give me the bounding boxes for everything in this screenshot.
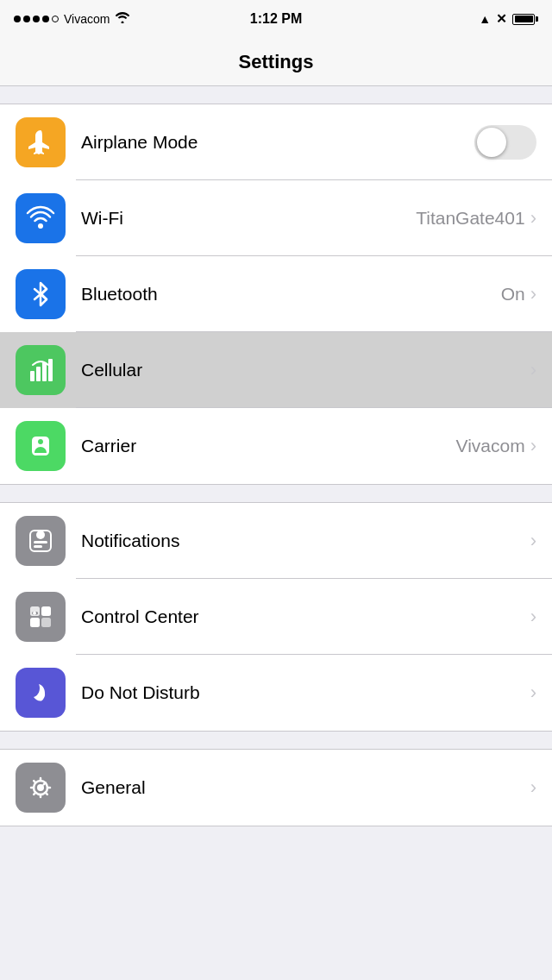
status-time: 1:12 PM <box>250 11 302 27</box>
bluetooth-row[interactable]: Bluetooth On › <box>0 256 552 332</box>
svg-point-0 <box>38 223 43 229</box>
svg-rect-7 <box>34 541 47 543</box>
general-chevron: › <box>530 778 536 797</box>
signal-dot-5 <box>52 16 59 22</box>
notifications-icon <box>16 516 66 566</box>
do-not-disturb-row[interactable]: Do Not Disturb › <box>0 655 552 731</box>
wifi-row[interactable]: Wi-Fi TitanGate401 › <box>0 180 552 256</box>
status-bar: Vivacom 1:12 PM ▲ ✕ <box>0 0 552 38</box>
signal-dot-2 <box>23 16 30 22</box>
bluetooth-label: Bluetooth <box>81 284 501 305</box>
general-icon <box>16 763 66 813</box>
signal-dot-3 <box>33 16 40 22</box>
status-left: Vivacom <box>14 11 130 27</box>
svg-point-6 <box>36 531 45 539</box>
carrier-text: Vivacom <box>64 12 110 26</box>
cellular-row[interactable]: Cellular › <box>0 332 552 408</box>
control-center-chevron: › <box>530 607 536 626</box>
page-title: Settings <box>239 51 314 73</box>
carrier-value: Vivacom <box>456 436 525 456</box>
general-right: › <box>530 778 536 797</box>
cellular-right: › <box>530 361 536 380</box>
svg-rect-11 <box>30 618 40 627</box>
airplane-mode-icon <box>16 117 66 167</box>
cellular-label: Cellular <box>81 360 530 380</box>
cellular-chevron: › <box>530 361 536 380</box>
signal-dot-4 <box>42 16 49 22</box>
bluetooth-status-icon: ✕ <box>496 11 507 27</box>
page-title-bar: Settings <box>0 38 552 86</box>
notifications-label: Notifications <box>81 531 530 551</box>
control-center-label: Control Center <box>81 606 530 627</box>
status-right: ▲ ✕ <box>479 11 538 27</box>
connectivity-section: Airplane Mode Wi-Fi TitanGate401 › <box>0 104 552 485</box>
control-center-row[interactable]: Control Center › <box>0 579 552 655</box>
do-not-disturb-icon <box>16 668 66 718</box>
wifi-right: TitanGate401 › <box>416 208 536 229</box>
airplane-mode-toggle[interactable] <box>474 125 536 160</box>
cellular-icon <box>16 345 66 395</box>
wifi-label: Wi-Fi <box>81 208 416 229</box>
carrier-label: Carrier <box>81 436 456 456</box>
svg-rect-10 <box>41 606 51 616</box>
bluetooth-right: On › <box>501 284 536 305</box>
carrier-icon <box>16 421 66 471</box>
general-section: General › <box>0 749 552 826</box>
do-not-disturb-chevron: › <box>530 683 536 702</box>
svg-rect-12 <box>41 618 51 627</box>
carrier-right: Vivacom › <box>456 436 536 456</box>
wifi-icon <box>16 193 66 243</box>
system-section: Notifications › Control Center › <box>0 502 552 732</box>
control-center-icon <box>16 592 66 642</box>
general-row[interactable]: General › <box>0 750 552 826</box>
bluetooth-icon <box>16 269 66 319</box>
svg-rect-4 <box>48 359 53 381</box>
svg-rect-8 <box>34 545 42 548</box>
notifications-right: › <box>530 531 536 550</box>
svg-rect-3 <box>42 362 47 381</box>
control-center-right: › <box>530 607 536 626</box>
svg-rect-2 <box>36 367 41 381</box>
notifications-row[interactable]: Notifications › <box>0 503 552 579</box>
carrier-chevron: › <box>530 437 536 455</box>
do-not-disturb-right: › <box>530 683 536 702</box>
general-label: General <box>81 777 530 798</box>
battery-icon <box>512 14 538 25</box>
signal-dots <box>14 16 59 22</box>
bluetooth-value: On <box>501 284 525 305</box>
airplane-mode-label: Airplane Mode <box>81 132 474 153</box>
wifi-chevron: › <box>530 209 536 228</box>
svg-rect-1 <box>30 371 34 381</box>
airplane-mode-toggle-knob <box>477 128 506 157</box>
bluetooth-chevron: › <box>530 285 536 304</box>
signal-dot-1 <box>14 16 21 22</box>
airplane-mode-row[interactable]: Airplane Mode <box>0 104 552 180</box>
location-icon: ▲ <box>479 12 491 26</box>
do-not-disturb-label: Do Not Disturb <box>81 682 530 703</box>
wifi-status-icon <box>115 11 130 27</box>
notifications-chevron: › <box>530 531 536 550</box>
wifi-value: TitanGate401 <box>416 208 524 229</box>
svg-point-14 <box>33 612 36 615</box>
carrier-row[interactable]: Carrier Vivacom › <box>0 408 552 484</box>
